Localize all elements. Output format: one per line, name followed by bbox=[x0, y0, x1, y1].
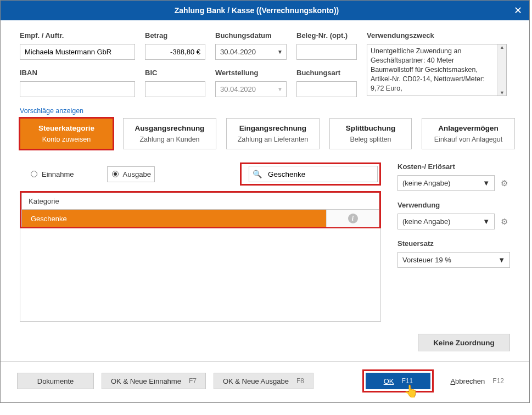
zweck-textarea[interactable]: Unentgeltliche Zuwendung an Geschäftspar… bbox=[367, 44, 507, 96]
shortcut-label: F12 bbox=[492, 377, 504, 385]
iban-label: IBAN bbox=[20, 69, 135, 77]
radio-label: Ausgabe bbox=[123, 170, 151, 178]
empf-input[interactable] bbox=[20, 44, 135, 60]
dokumente-button[interactable]: Dokumente bbox=[17, 373, 94, 389]
tab-subtitle: Einkauf von Anlagegut bbox=[422, 136, 514, 143]
titlebar: Zahlung Bank / Kasse ((Verrechnungskonto… bbox=[1, 1, 529, 20]
bic-label: BIC bbox=[145, 69, 205, 77]
kosten-value: (keine Angabe) bbox=[402, 179, 450, 187]
radio-ausgabe[interactable]: Ausgabe bbox=[107, 166, 155, 182]
category-info-cell[interactable]: i bbox=[326, 210, 379, 227]
empf-label: Empf. / Auftr. bbox=[20, 31, 135, 40]
dialog-footer: Dokumente OK & Neue Einnahme F7 OK & Neu… bbox=[1, 361, 529, 402]
kosten-settings-button[interactable]: ⚙ bbox=[498, 177, 510, 189]
button-label: Dokumente bbox=[37, 377, 74, 385]
close-button[interactable]: ✕ bbox=[506, 1, 529, 20]
ok-button[interactable]: OK F11 bbox=[366, 373, 430, 389]
kosten-select[interactable]: (keine Angabe) ▼ bbox=[397, 175, 495, 191]
no-assignment-button[interactable]: Keine Zuordnung bbox=[418, 334, 510, 351]
buchungsart-input[interactable] bbox=[296, 81, 357, 97]
verwendung-label: Verwendung bbox=[397, 201, 510, 209]
buchungsdatum-label: Buchungsdatum bbox=[215, 31, 287, 40]
tab-subtitle: Zahlung an Kunden bbox=[124, 136, 216, 143]
chevron-down-icon: ▼ bbox=[483, 179, 490, 187]
betrag-label: Betrag bbox=[145, 31, 205, 40]
tab-title: Ausgangsrechnung bbox=[124, 124, 216, 132]
buchungsart-label: Buchungsart bbox=[296, 69, 357, 77]
bic-input[interactable] bbox=[145, 81, 205, 97]
chevron-down-icon: ▼ bbox=[277, 49, 283, 55]
tab-eingangsrechnung[interactable]: Eingangsrechnung Zahlung an Lieferanten bbox=[226, 118, 320, 149]
button-label: OK bbox=[384, 377, 394, 385]
buchungsdatum-select[interactable]: 30.04.2020 ▼ bbox=[215, 44, 287, 60]
tab-steuerkategorie[interactable]: Steuerkategorie Konto zuweisen bbox=[20, 118, 113, 149]
tab-splittbuchung[interactable]: Splittbuchung Beleg splitten bbox=[329, 118, 412, 149]
belegnr-label: Beleg-Nr. (opt.) bbox=[296, 31, 357, 40]
betrag-input[interactable] bbox=[145, 44, 205, 60]
category-search-input[interactable] bbox=[265, 167, 377, 181]
suggestions-link[interactable]: Vorschläge anzeigen bbox=[20, 107, 83, 115]
category-cell: Geschenke bbox=[22, 210, 326, 227]
ok-neue-einnahme-button[interactable]: OK & Neue Einnahme F7 bbox=[102, 373, 206, 389]
category-row[interactable]: Geschenke i bbox=[22, 210, 379, 227]
tab-title: Splittbuchung bbox=[330, 124, 411, 132]
wertstellung-label: Wertstellung bbox=[215, 69, 287, 77]
radio-einnahme[interactable]: Einnahme bbox=[31, 166, 74, 182]
zweck-label: Verwendungszweck bbox=[367, 31, 507, 40]
chevron-down-icon: ▼ bbox=[498, 256, 505, 264]
steuer-select[interactable]: Vorsteuer 19 % ▼ bbox=[397, 252, 510, 268]
payment-dialog: Zahlung Bank / Kasse ((Verrechnungskonto… bbox=[0, 0, 530, 403]
steuer-value: Vorsteuer 19 % bbox=[402, 256, 451, 264]
category-search[interactable]: 🔍 bbox=[249, 166, 378, 182]
search-icon: 🔍 bbox=[249, 170, 265, 178]
tab-anlagevermoegen[interactable]: Anlagevermögen Einkauf von Anlagegut bbox=[422, 118, 515, 149]
tab-subtitle: Zahlung an Lieferanten bbox=[227, 136, 319, 143]
radio-icon bbox=[31, 171, 37, 177]
shortcut-label: F8 bbox=[296, 377, 304, 385]
tab-ausgangsrechnung[interactable]: Ausgangsrechnung Zahlung an Kunden bbox=[123, 118, 216, 149]
zweck-scrollbar[interactable]: ▲▼ bbox=[497, 44, 506, 96]
iban-input[interactable] bbox=[20, 81, 135, 97]
button-label: Abbrechen bbox=[450, 377, 485, 385]
shortcut-label: F11 bbox=[401, 377, 413, 385]
chevron-down-icon: ▼ bbox=[483, 217, 490, 226]
ok-neue-ausgabe-button[interactable]: OK & Neue Ausgabe F8 bbox=[214, 373, 313, 389]
abbrechen-button[interactable]: Abbrechen F12 bbox=[441, 373, 513, 389]
verwendung-settings-button[interactable]: ⚙ bbox=[498, 216, 510, 228]
tab-title: Steuerkategorie bbox=[20, 124, 113, 132]
info-icon: i bbox=[348, 214, 358, 223]
dialog-title: Zahlung Bank / Kasse ((Verrechnungskonto… bbox=[7, 6, 506, 15]
shortcut-label: F7 bbox=[189, 377, 197, 385]
tab-subtitle: Konto zuweisen bbox=[20, 136, 113, 143]
tab-title: Anlagevermögen bbox=[422, 124, 514, 132]
steuer-label: Steuersatz bbox=[397, 239, 510, 248]
chevron-down-icon: ▼ bbox=[277, 86, 283, 92]
radio-icon bbox=[112, 171, 119, 177]
wertstellung-select[interactable]: 30.04.2020 ▼ bbox=[215, 81, 287, 97]
verwendung-select[interactable]: (keine Angabe) ▼ bbox=[397, 214, 495, 229]
kosten-label: Kosten-/ Erlösart bbox=[397, 162, 510, 171]
tab-subtitle: Beleg splitten bbox=[330, 136, 411, 143]
button-label: OK & Neue Einnahme bbox=[111, 377, 181, 385]
verwendung-value: (keine Angabe) bbox=[402, 217, 450, 226]
button-label: OK & Neue Ausgabe bbox=[223, 377, 289, 385]
tab-title: Eingangsrechnung bbox=[227, 124, 319, 132]
grid-header: Kategorie bbox=[21, 193, 379, 209]
belegnr-input[interactable] bbox=[296, 44, 357, 60]
category-grid: Geschenke i bbox=[21, 209, 379, 227]
buchungsdatum-value: 30.04.2020 bbox=[220, 48, 256, 56]
wertstellung-value: 30.04.2020 bbox=[220, 85, 256, 93]
radio-label: Einnahme bbox=[42, 170, 74, 178]
ok-highlight: OK F11 👆 bbox=[362, 369, 434, 392]
